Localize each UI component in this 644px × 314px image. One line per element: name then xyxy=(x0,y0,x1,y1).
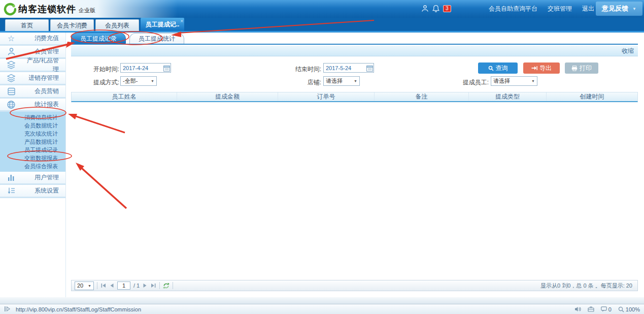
export-button-label: 导出 xyxy=(539,64,552,73)
layers-icon xyxy=(0,60,22,69)
search-button[interactable]: 查询 xyxy=(478,62,518,74)
collapse-link[interactable]: 收缩 xyxy=(622,47,638,55)
end-date-label: 结束时间: xyxy=(280,65,321,74)
submenu-staff-commission-record[interactable]: 员工提成记录 xyxy=(0,146,65,154)
sidebar-item-label: 系统设置 xyxy=(22,186,65,195)
sidebar-item-user-management[interactable]: 用户管理 xyxy=(0,172,65,185)
commission-method-select[interactable]: -全部- ▼ xyxy=(120,76,157,86)
column-staff-name[interactable]: 员工姓名 xyxy=(72,92,177,101)
submenu-shift-data-report[interactable]: 交班数据报表 xyxy=(0,154,65,162)
settings-list-icon xyxy=(0,187,22,195)
commission-method-label: 提成方式: xyxy=(77,78,119,87)
main-content: 员工提成记录 员工提成统计 收缩 开始时间: 结束时间: 查询 导出 xyxy=(66,33,644,297)
user-icon[interactable] xyxy=(421,5,429,12)
header-status-icons: 3 xyxy=(421,5,451,12)
bell-icon[interactable] xyxy=(432,5,439,12)
app-window: 纳客连锁软件 企业版 3 会员自助查询平台 交班管理 退出 意见反馈 ▼ 首页 … xyxy=(0,0,644,314)
calendar-icon[interactable] xyxy=(366,65,373,74)
chevron-down-icon: ▼ xyxy=(151,79,154,83)
sidebar-toggle-icon[interactable] xyxy=(4,305,11,314)
table-body-empty xyxy=(71,102,638,281)
drawers-icon xyxy=(0,87,22,96)
tab-commission-record[interactable]: 员工提成记录 xyxy=(71,33,126,44)
export-icon xyxy=(531,66,537,71)
sidebar-item-system-settings[interactable]: 系统设置 xyxy=(0,185,65,198)
link-shift-management[interactable]: 交班管理 xyxy=(548,5,572,13)
search-button-label: 查询 xyxy=(496,64,508,73)
layers-icon xyxy=(0,74,22,82)
submenu-member-data-stats[interactable]: 会员数据统计 xyxy=(0,121,65,130)
printer-icon xyxy=(571,66,578,71)
header-links: 会员自助查询平台 交班管理 退出 xyxy=(489,0,594,18)
page-size-select[interactable]: 20 ▼ xyxy=(75,281,94,290)
tab-staff-commission-label: 员工提成记.. xyxy=(146,21,180,28)
divider xyxy=(159,282,160,289)
table-header-row: 员工姓名 提成金额 订单号 备注 提成类型 创建时间 xyxy=(71,92,638,102)
tab-commission-stats[interactable]: 员工提成统计 xyxy=(129,33,184,44)
calendar-icon[interactable] xyxy=(163,65,170,74)
sidebar-item-member-marketing[interactable]: 会员营销 xyxy=(0,85,65,99)
tab-home[interactable]: 首页 xyxy=(5,19,49,31)
link-logout[interactable]: 退出 xyxy=(582,5,594,13)
search-icon xyxy=(488,66,494,71)
sidebar-item-inventory[interactable]: 进销存管理 xyxy=(0,72,65,85)
sidebar-item-label: 用户管理 xyxy=(22,173,65,182)
column-create-time[interactable]: 创建时间 xyxy=(546,92,637,101)
feedback-button[interactable]: 意见反馈 ▼ xyxy=(596,2,642,16)
commission-staff-select[interactable]: 请选择 ▼ xyxy=(491,76,537,86)
filter-form: 开始时间: 结束时间: 查询 导出 打印 提成方式: xyxy=(66,56,644,90)
main-nav-tabbar: 首页 会员卡消费 会员列表 员工提成记.. × xyxy=(0,18,644,31)
tab-member-list[interactable]: 会员列表 xyxy=(95,19,139,31)
chevron-down-icon: ▼ xyxy=(531,79,535,83)
tab-staff-commission[interactable]: 员工提成记.. × xyxy=(141,18,184,31)
speaker-icon[interactable] xyxy=(574,306,581,312)
sidebar-item-consume-recharge[interactable]: ☆ 消费充值 xyxy=(0,33,65,46)
sidebar-item-product-gift[interactable]: 产品/礼品管理 xyxy=(0,59,65,72)
comment-counter[interactable]: 0 xyxy=(601,306,612,312)
sidebar-item-statistics-reports[interactable]: 统计报表 xyxy=(0,99,65,112)
briefcase-icon[interactable] xyxy=(588,306,594,312)
pagination-summary: 显示从0 到0，总 0 条 。每页显示: 20 xyxy=(540,282,634,290)
print-button-label: 打印 xyxy=(580,64,592,73)
prev-page-button[interactable] xyxy=(110,283,114,288)
divider xyxy=(97,282,97,289)
chevron-down-icon: ▼ xyxy=(88,284,91,288)
edition-label: 企业版 xyxy=(79,7,95,14)
chevron-down-icon: ▼ xyxy=(354,79,357,83)
page-total-label: / 1 xyxy=(133,282,140,289)
pagination-controls: 20 ▼ / 1 xyxy=(75,281,173,290)
globe-icon xyxy=(0,100,22,109)
first-page-button[interactable] xyxy=(100,283,107,288)
column-order-number[interactable]: 订单号 xyxy=(278,92,374,101)
next-page-button[interactable] xyxy=(143,283,147,288)
logo: 纳客连锁软件 企业版 xyxy=(0,0,178,18)
submenu-product-data-stats[interactable]: 产品数据统计 xyxy=(0,138,65,146)
submenu-count-stats[interactable]: 充次续次统计 xyxy=(0,130,65,138)
logo-swoosh-icon xyxy=(3,3,16,16)
column-commission-type[interactable]: 提成类型 xyxy=(468,92,546,101)
column-commission-amount[interactable]: 提成金额 xyxy=(177,92,278,101)
magnifier-icon xyxy=(618,306,624,312)
commission-staff-label: 提成员工: xyxy=(447,78,489,87)
statistics-submenu: 消费信息统计 会员数据统计 充次续次统计 产品数据统计 员工提成记录 交班数据报… xyxy=(0,112,65,172)
notification-badge[interactable]: 3 xyxy=(443,5,451,12)
page-input[interactable] xyxy=(117,281,130,290)
zoom-control[interactable]: 100% xyxy=(618,306,640,312)
sidebar-item-label: 进销存管理 xyxy=(22,74,65,82)
store-select[interactable]: 请选择 ▼ xyxy=(323,76,360,86)
submenu-consume-info-stats[interactable]: 消费信息统计 xyxy=(0,113,65,121)
tab-card-consume[interactable]: 会员卡消费 xyxy=(50,19,94,31)
inner-tabbar: 员工提成记录 员工提成统计 xyxy=(66,33,638,45)
link-self-service[interactable]: 会员自助查询平台 xyxy=(489,5,537,13)
last-page-button[interactable] xyxy=(150,283,156,288)
bar-chart-icon xyxy=(0,174,22,181)
export-button[interactable]: 导出 xyxy=(523,62,560,74)
print-button[interactable]: 打印 xyxy=(565,62,598,74)
submenu-member-综合-report[interactable]: 会员综合报表 xyxy=(0,162,65,170)
start-date-label: 开始时间: xyxy=(77,65,119,74)
column-remark[interactable]: 备注 xyxy=(374,92,468,101)
refresh-icon[interactable] xyxy=(163,282,170,289)
filter-panel-header: 收缩 xyxy=(71,46,638,56)
close-icon[interactable]: × xyxy=(180,15,183,28)
pagination-bar: 20 ▼ / 1 xyxy=(71,280,638,291)
